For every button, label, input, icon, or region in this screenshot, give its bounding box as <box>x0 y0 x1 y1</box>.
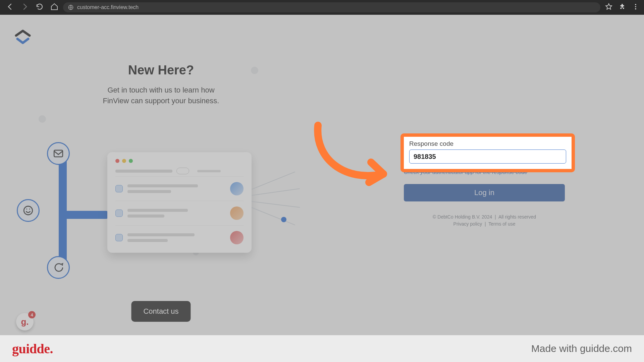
guidde-footer: guidde. Made with guidde.com <box>0 335 644 362</box>
extensions-icon[interactable] <box>619 3 626 12</box>
legal-text: © DebtCo Holding B.V. 2024 | All rights … <box>404 214 565 228</box>
whatsapp-icon <box>17 199 40 222</box>
address-bar[interactable]: customer-acc.finview.tech <box>63 2 600 12</box>
illustration <box>10 134 292 278</box>
connector-line <box>59 154 67 268</box>
svg-rect-4 <box>54 150 63 157</box>
reload-icon[interactable] <box>36 3 44 12</box>
star-icon[interactable] <box>605 3 612 12</box>
svg-point-5 <box>24 206 33 215</box>
finview-logo <box>13 29 32 49</box>
response-code-label: Response code <box>409 140 566 147</box>
subheading: Get in touch with us to learn how FinVie… <box>13 85 309 106</box>
kebab-menu-icon[interactable] <box>632 3 639 12</box>
guidde-widget[interactable]: g. 4 <box>16 313 34 330</box>
chat-icon <box>47 256 70 279</box>
globe-icon <box>68 4 74 10</box>
response-code-input[interactable] <box>409 149 566 164</box>
url-text: customer-acc.finview.tech <box>77 4 139 10</box>
mail-icon <box>47 142 70 165</box>
forward-icon[interactable] <box>21 3 29 12</box>
contact-us-button[interactable]: Contact us <box>131 301 191 322</box>
annotation-highlight: Response code <box>400 133 575 172</box>
guidde-logo: guidde. <box>12 341 53 357</box>
svg-point-2 <box>635 6 636 7</box>
annotation-arrow-icon <box>305 115 395 196</box>
home-icon[interactable] <box>50 3 58 12</box>
heading-new-here: New Here? <box>13 63 309 77</box>
widget-badge: 4 <box>28 311 36 318</box>
login-button[interactable]: Log in <box>404 184 565 201</box>
back-icon[interactable] <box>6 3 14 12</box>
illustration-card <box>107 152 252 253</box>
target-dot <box>281 217 286 222</box>
made-with-text: Made with guidde.com <box>531 343 632 354</box>
terms-link[interactable]: Terms of use <box>488 221 515 227</box>
browser-toolbar: customer-acc.finview.tech <box>0 0 644 15</box>
svg-point-3 <box>635 8 636 10</box>
svg-point-1 <box>635 4 636 5</box>
privacy-link[interactable]: Privacy policy <box>453 221 482 227</box>
